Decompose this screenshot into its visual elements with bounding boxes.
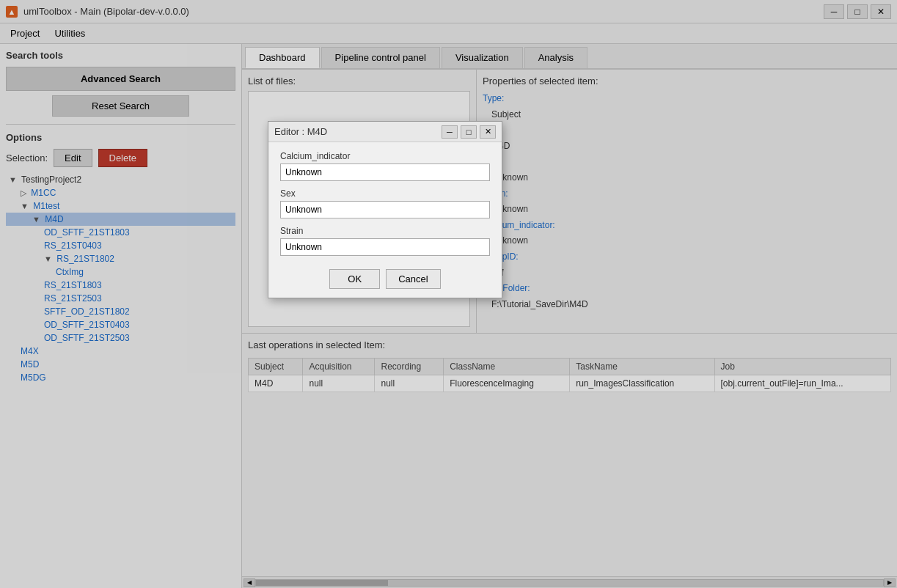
strain-field-label: Strain: [280, 226, 490, 236]
cancel-button[interactable]: Cancel: [386, 269, 440, 289]
modal-overlay: Editor : M4D ─ □ ✕ Calcium_indicator Sex…: [0, 0, 897, 588]
calcium-field-label: Calcium_indicator: [280, 151, 490, 161]
modal-close-button[interactable]: ✕: [480, 125, 496, 139]
editor-dialog: Editor : M4D ─ □ ✕ Calcium_indicator Sex…: [268, 121, 502, 298]
calcium-input[interactable]: [280, 163, 490, 181]
sex-input[interactable]: [280, 201, 490, 218]
sex-field-label: Sex: [280, 188, 490, 199]
strain-input[interactable]: [280, 238, 490, 256]
modal-maximize-button[interactable]: □: [461, 125, 477, 139]
modal-minimize-button[interactable]: ─: [442, 125, 458, 139]
ok-button[interactable]: OK: [329, 269, 380, 289]
modal-body: Calcium_indicator Sex Strain OK Cancel: [268, 142, 502, 298]
modal-titlebar: Editor : M4D ─ □ ✕: [268, 122, 502, 142]
modal-title: Editor : M4D: [274, 126, 327, 137]
